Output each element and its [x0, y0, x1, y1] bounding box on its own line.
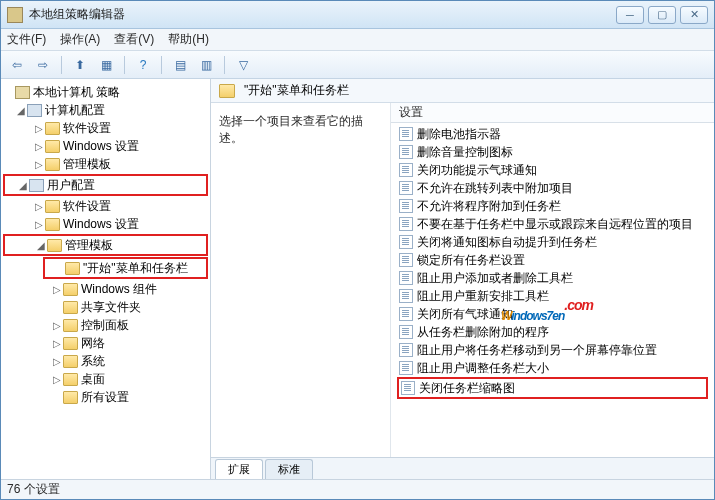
filter-button[interactable]: ▽: [233, 55, 253, 75]
folder-icon: [63, 355, 78, 368]
tree-uc-templates[interactable]: ◢管理模板: [7, 237, 204, 253]
up-button[interactable]: ⬆: [70, 55, 90, 75]
expander-icon[interactable]: ▷: [51, 284, 63, 295]
highlight-start-taskbar: "开始"菜单和任务栏: [43, 257, 208, 279]
toolbar-separator: [124, 56, 125, 74]
policy-doc-icon: [399, 217, 413, 231]
tree-desktop[interactable]: ▷桌面: [3, 370, 208, 388]
setting-label: 不要在基于任务栏中显示或跟踪来自远程位置的项目: [417, 216, 693, 233]
setting-label: 关闭所有气球通知: [417, 306, 513, 323]
setting-label: 关闭任务栏缩略图: [419, 380, 515, 397]
expander-icon[interactable]: ▷: [33, 123, 45, 134]
tree-uc-software[interactable]: ▷软件设置: [3, 197, 208, 215]
tab-extended[interactable]: 扩展: [215, 459, 263, 479]
content-title: "开始"菜单和任务栏: [244, 82, 349, 99]
tree-cc-software[interactable]: ▷软件设置: [3, 119, 208, 137]
toolbar-separator: [161, 56, 162, 74]
window-buttons: ─ ▢ ✕: [616, 6, 708, 24]
content-header: "开始"菜单和任务栏: [211, 79, 714, 103]
tree-control-panel[interactable]: ▷控制面板: [3, 316, 208, 334]
maximize-button[interactable]: ▢: [648, 6, 676, 24]
show-hide-tree-button[interactable]: ▦: [96, 55, 116, 75]
window-title: 本地组策略编辑器: [29, 6, 616, 23]
setting-label: 阻止用户将任务栏移动到另一个屏幕停靠位置: [417, 342, 657, 359]
setting-item[interactable]: 关闭将通知图标自动提升到任务栏: [391, 233, 714, 251]
close-button[interactable]: ✕: [680, 6, 708, 24]
properties-button[interactable]: ▥: [196, 55, 216, 75]
expander-icon[interactable]: ▷: [33, 201, 45, 212]
setting-label: 阻止用户调整任务栏大小: [417, 360, 549, 377]
setting-item[interactable]: 不允许将程序附加到任务栏: [391, 197, 714, 215]
setting-item[interactable]: 阻止用户添加或者删除工具栏: [391, 269, 714, 287]
status-bar: 76 个设置: [1, 479, 714, 499]
nav-tree[interactable]: 本地计算机 策略 ◢计算机配置 ▷软件设置 ▷Windows 设置 ▷管理模板 …: [1, 79, 211, 479]
body: 本地计算机 策略 ◢计算机配置 ▷软件设置 ▷Windows 设置 ▷管理模板 …: [1, 79, 714, 479]
expander-icon[interactable]: ▷: [51, 374, 63, 385]
setting-item[interactable]: 删除电池指示器: [391, 125, 714, 143]
setting-item[interactable]: 阻止用户重新安排工具栏: [391, 287, 714, 305]
help-button[interactable]: ?: [133, 55, 153, 75]
setting-label: 删除电池指示器: [417, 126, 501, 143]
tree-cc-windows[interactable]: ▷Windows 设置: [3, 137, 208, 155]
tree-system[interactable]: ▷系统: [3, 352, 208, 370]
expander-icon[interactable]: ◢: [35, 240, 47, 251]
highlight-admin-templates: ◢管理模板: [3, 234, 208, 256]
setting-item[interactable]: 阻止用户调整任务栏大小: [391, 359, 714, 377]
expander-icon[interactable]: ▷: [51, 320, 63, 331]
tree-root[interactable]: 本地计算机 策略: [3, 83, 208, 101]
tree-user-config[interactable]: ◢用户配置: [7, 177, 204, 193]
expander-icon[interactable]: ▷: [51, 356, 63, 367]
setting-item[interactable]: 不允许在跳转列表中附加项目: [391, 179, 714, 197]
setting-item[interactable]: 阻止用户将任务栏移动到另一个屏幕停靠位置: [391, 341, 714, 359]
setting-item[interactable]: 锁定所有任务栏设置: [391, 251, 714, 269]
policy-doc-icon: [399, 163, 413, 177]
menu-help[interactable]: 帮助(H): [168, 31, 209, 48]
highlight-user-config: ◢用户配置: [3, 174, 208, 196]
setting-label: 删除音量控制图标: [417, 144, 513, 161]
setting-item[interactable]: 关闭所有气球通知: [391, 305, 714, 323]
tab-standard[interactable]: 标准: [265, 459, 313, 479]
tree-uc-windows[interactable]: ▷Windows 设置: [3, 215, 208, 233]
tree-label: 共享文件夹: [81, 299, 141, 316]
expander-icon[interactable]: ◢: [15, 105, 27, 116]
tree-label: 网络: [81, 335, 105, 352]
policy-doc-icon: [399, 199, 413, 213]
tree-start-taskbar[interactable]: "开始"菜单和任务栏: [47, 260, 204, 276]
expander-icon[interactable]: ◢: [17, 180, 29, 191]
tree-label: 控制面板: [81, 317, 129, 334]
expander-icon[interactable]: ▷: [33, 219, 45, 230]
expander-icon[interactable]: ▷: [33, 159, 45, 170]
menu-action[interactable]: 操作(A): [60, 31, 100, 48]
forward-button[interactable]: ⇨: [33, 55, 53, 75]
description-pane: 选择一个项目来查看它的描述。: [211, 103, 391, 457]
back-button[interactable]: ⇦: [7, 55, 27, 75]
tree-computer-config[interactable]: ◢计算机配置: [3, 101, 208, 119]
setting-item[interactable]: 关闭任务栏缩略图: [399, 379, 706, 397]
settings-icon: [63, 391, 78, 404]
tree-shared-folders[interactable]: 共享文件夹: [3, 298, 208, 316]
expander-icon[interactable]: ▷: [33, 141, 45, 152]
menu-view[interactable]: 查看(V): [114, 31, 154, 48]
column-header-setting[interactable]: 设置: [391, 103, 714, 123]
policy-doc-icon: [399, 271, 413, 285]
settings-list-pane[interactable]: 设置 删除电池指示器删除音量控制图标关闭功能提示气球通知不允许在跳转列表中附加项…: [391, 103, 714, 457]
tree-all-settings[interactable]: 所有设置: [3, 388, 208, 406]
expander-icon[interactable]: ▷: [51, 338, 63, 349]
folder-icon: [63, 283, 78, 296]
tree-cc-templates[interactable]: ▷管理模板: [3, 155, 208, 173]
setting-item[interactable]: 删除音量控制图标: [391, 143, 714, 161]
setting-item[interactable]: 从任务栏删除附加的程序: [391, 323, 714, 341]
tree-label: 计算机配置: [45, 102, 105, 119]
tree-label: 所有设置: [81, 389, 129, 406]
setting-item[interactable]: 关闭功能提示气球通知: [391, 161, 714, 179]
policy-doc-icon: [399, 361, 413, 375]
highlight-target-setting: 关闭任务栏缩略图: [397, 377, 708, 399]
tree-win-components[interactable]: ▷Windows 组件: [3, 280, 208, 298]
tree-network[interactable]: ▷网络: [3, 334, 208, 352]
menu-file[interactable]: 文件(F): [7, 31, 46, 48]
setting-label: 不允许在跳转列表中附加项目: [417, 180, 573, 197]
setting-item[interactable]: 不要在基于任务栏中显示或跟踪来自远程位置的项目: [391, 215, 714, 233]
export-button[interactable]: ▤: [170, 55, 190, 75]
policy-doc-icon: [399, 253, 413, 267]
minimize-button[interactable]: ─: [616, 6, 644, 24]
